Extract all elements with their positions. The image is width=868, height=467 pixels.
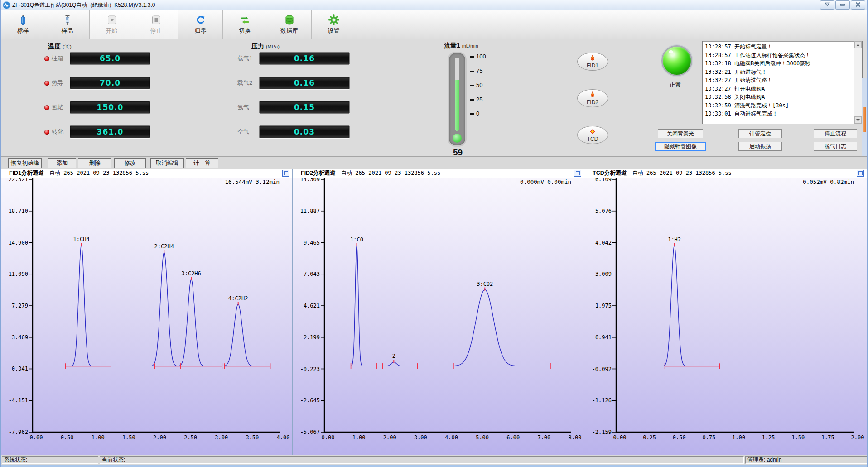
scroll-down-button[interactable] bbox=[854, 116, 862, 124]
pressure-row: 载气20.16 bbox=[237, 77, 350, 89]
scroll-up-button[interactable] bbox=[854, 41, 862, 48]
chart-channel-title: FID2分析通道 bbox=[301, 169, 336, 177]
svg-text:3:C2H6: 3:C2H6 bbox=[181, 270, 201, 277]
log-line: 13:28:57 工作站进入标样预备采集状态！ bbox=[705, 51, 852, 60]
chromatogram-plot[interactable]: 14.30911.8879.4657.0434.6212.199-0.223-2… bbox=[293, 178, 584, 455]
svg-text:-1.126: -1.126 bbox=[592, 397, 612, 404]
toolbar-button-label: 切换 bbox=[239, 27, 251, 35]
detector-button-fid1[interactable]: FID1 bbox=[577, 53, 608, 71]
toolbar-button-reset[interactable]: 归零 bbox=[178, 10, 223, 39]
close-button[interactable] bbox=[851, 0, 865, 10]
svg-text:3.00: 3.00 bbox=[215, 434, 228, 441]
svg-text:3.469: 3.469 bbox=[12, 334, 28, 341]
svg-text:2: 2 bbox=[392, 353, 395, 359]
rollup-button[interactable] bbox=[820, 0, 834, 10]
svg-text:4.00: 4.00 bbox=[277, 434, 290, 441]
svg-text:2.00: 2.00 bbox=[851, 434, 864, 441]
pressure-display: 0.16 bbox=[259, 77, 350, 89]
pressure-display: 0.03 bbox=[259, 125, 350, 138]
svg-text:14.309: 14.309 bbox=[300, 178, 320, 183]
flow-scale-tick: 0 bbox=[470, 110, 479, 117]
svg-text:7.043: 7.043 bbox=[304, 271, 320, 277]
chromatogram-plot[interactable]: 6.1095.0764.0423.0091.9750.941-0.092-1.1… bbox=[584, 178, 867, 455]
panel-button[interactable]: 关闭背景光 bbox=[658, 129, 703, 138]
titlebar: ZF-301Q色谱工作站(301Q自动（绝缘油）K528.M)V3.1.3.0 bbox=[1, 0, 867, 10]
svg-text:11.090: 11.090 bbox=[9, 271, 28, 277]
statusbar-system: 系统状态: bbox=[2, 456, 98, 464]
pressure-row: 载气10.16 bbox=[237, 52, 350, 65]
svg-text:0.00: 0.00 bbox=[322, 434, 335, 441]
temperature-row: 转化361.0 bbox=[44, 125, 150, 138]
detector-button-tcd[interactable]: TCD bbox=[577, 126, 608, 144]
detector-button-fid2[interactable]: FID2 bbox=[577, 89, 608, 107]
svg-text:0.50: 0.50 bbox=[673, 434, 686, 441]
toolbar-button-database[interactable]: 数据库 bbox=[267, 10, 312, 39]
temperature-display: 361.0 bbox=[70, 125, 150, 138]
divider bbox=[395, 40, 395, 155]
flow-title: 流量1 mL/min bbox=[444, 42, 478, 50]
svg-text:7.00: 7.00 bbox=[537, 434, 550, 441]
database-icon bbox=[284, 14, 295, 26]
toolbar-button-label: 样品 bbox=[62, 27, 73, 35]
syringe-icon bbox=[62, 14, 73, 26]
right-edge-scroll-thumb[interactable] bbox=[863, 107, 866, 132]
maximize-icon[interactable] bbox=[857, 170, 864, 177]
toolbar-button-gear[interactable]: 设置 bbox=[312, 10, 356, 39]
svg-text:1.00: 1.00 bbox=[92, 434, 105, 441]
edit-button[interactable]: 修改 bbox=[114, 158, 146, 168]
toolbar-button-play: 开始 bbox=[90, 10, 134, 39]
panel-button[interactable]: 脱气日志 bbox=[814, 142, 857, 151]
edit-button[interactable]: 删除 bbox=[78, 158, 111, 168]
flow-scale-tick: 25 bbox=[470, 96, 482, 103]
svg-text:2.50: 2.50 bbox=[184, 434, 197, 441]
pressure-title: 压力 (MPa) bbox=[251, 43, 280, 51]
statusbar-admin: 管理员: admin bbox=[745, 456, 868, 464]
chart-channel-title: TCD分析通道 bbox=[593, 169, 627, 177]
minimize-button[interactable] bbox=[835, 0, 850, 10]
chart-panel-fid2: FID2分析通道自动_265_2021-09-23_132856_5.ss14.… bbox=[293, 169, 584, 455]
panel-button[interactable]: 针管定位 bbox=[738, 129, 782, 138]
log-box[interactable]: 13:28:57 开始标气定量！13:28:57 工作站进入标样预备采集状态！1… bbox=[702, 41, 863, 124]
statusbar-current: 当前状态: bbox=[100, 456, 744, 464]
status-lamp-label: 正常 bbox=[670, 81, 681, 89]
edit-button[interactable]: 添加 bbox=[48, 158, 76, 168]
reset-icon bbox=[195, 14, 207, 26]
play-icon bbox=[106, 14, 118, 26]
flow-scale-tick: 100 bbox=[470, 53, 486, 60]
log-line: 13:32:27 开始清洗气路！ bbox=[705, 76, 852, 85]
panel-button[interactable]: 停止流程 bbox=[814, 129, 857, 138]
maximize-icon[interactable] bbox=[282, 170, 289, 177]
toolbar-button-gas-cylinder[interactable]: 标样 bbox=[1, 10, 45, 39]
edit-button[interactable]: 恢复初始峰 bbox=[8, 158, 42, 168]
stop-icon bbox=[150, 14, 162, 26]
svg-text:16.544mV 3.12min: 16.544mV 3.12min bbox=[225, 178, 280, 185]
toolbar-button-syringe[interactable]: 样品 bbox=[45, 10, 90, 39]
maximize-icon[interactable] bbox=[574, 170, 581, 177]
svg-text:5.076: 5.076 bbox=[595, 208, 612, 214]
temperature-display: 150.0 bbox=[70, 101, 150, 114]
svg-text:3:CO2: 3:CO2 bbox=[477, 281, 493, 287]
toolbar-button-switch[interactable]: 切换 bbox=[223, 10, 267, 39]
panel-button[interactable]: 隐藏针管图像 bbox=[655, 142, 706, 151]
svg-text:1:H2: 1:H2 bbox=[668, 236, 681, 243]
pressure-display: 0.16 bbox=[259, 52, 350, 65]
toolbar-button-label: 开始 bbox=[106, 27, 118, 35]
svg-text:3.00: 3.00 bbox=[414, 434, 427, 441]
app-icon bbox=[3, 1, 10, 9]
chromatogram-plot[interactable]: 22.52118.71014.90011.0907.2793.469-0.341… bbox=[1, 178, 292, 455]
pressure-row: 空气0.03 bbox=[237, 125, 350, 138]
flow-scale-tick: 50 bbox=[470, 82, 482, 88]
toolbar-button-label: 停止 bbox=[150, 27, 162, 35]
edit-button[interactable]: 取消编辑 bbox=[150, 158, 184, 168]
chart-file-name: 自动_265_2021-09-23_132856_5.ss bbox=[49, 169, 149, 177]
status-led bbox=[44, 130, 49, 135]
pressure-label: 氢气 bbox=[237, 103, 256, 111]
statusbar: 系统状态: 当前状态: 管理员: admin bbox=[1, 455, 867, 465]
panel-button[interactable]: 启动振荡 bbox=[738, 142, 782, 151]
svg-text:-5.067: -5.067 bbox=[300, 429, 320, 435]
log-scrollbar[interactable] bbox=[854, 41, 862, 124]
edit-button[interactable]: 计 算 bbox=[186, 158, 218, 168]
svg-text:1:CO: 1:CO bbox=[350, 236, 363, 243]
chart-header: TCD分析通道自动_265_2021-09-23_132856_5.ss bbox=[584, 169, 867, 178]
pressure-label: 空气 bbox=[237, 128, 256, 136]
